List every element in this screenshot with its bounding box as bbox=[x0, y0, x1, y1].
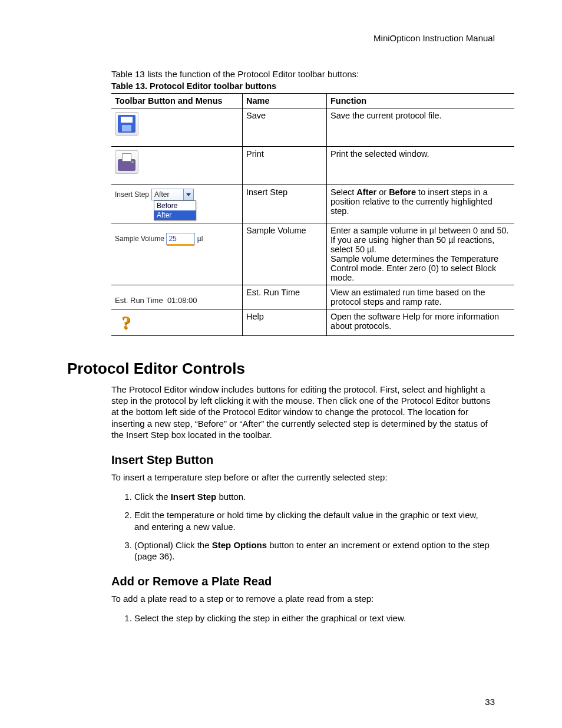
table-row: Save Save the current protocol file. bbox=[111, 108, 514, 147]
insert-step-option-before[interactable]: Before bbox=[154, 201, 196, 210]
name-cell: Save bbox=[243, 108, 327, 147]
func-cell: Save the current protocol file. bbox=[327, 108, 515, 147]
insert-step-combo[interactable]: After bbox=[151, 189, 194, 200]
func-cell: Open the software Help for more informat… bbox=[327, 309, 515, 336]
print-button[interactable] bbox=[115, 150, 138, 174]
print-icon bbox=[118, 159, 135, 171]
func-cell: Select After or Before to insert steps i… bbox=[327, 185, 515, 223]
running-header: MiniOpticon Instruction Manual bbox=[67, 33, 495, 43]
name-cell: Help bbox=[243, 309, 327, 336]
subsection-title-plate-read: Add or Remove a Plate Read bbox=[111, 575, 495, 588]
table-row: Insert Step After Before After Insert St… bbox=[111, 185, 514, 223]
name-cell: Est. Run Time bbox=[243, 285, 327, 309]
func-cell: Enter a sample volume in µl between 0 an… bbox=[327, 223, 515, 285]
table-row: Print Print the selected window. bbox=[111, 147, 514, 185]
list-item: Edit the temperature or hold time by cli… bbox=[134, 509, 495, 532]
table-row: Est. Run Time 01:08:00 Est. Run Time Vie… bbox=[111, 285, 514, 309]
list-item: Select the step by clicking the step in … bbox=[134, 612, 495, 624]
th-toolbar: Toolbar Button and Menus bbox=[111, 94, 243, 108]
insert-step-lead: To insert a temperature step before or a… bbox=[111, 472, 495, 483]
name-cell: Sample Volume bbox=[243, 223, 327, 285]
page-number: 33 bbox=[485, 697, 495, 707]
insert-step-steps: Click the Insert Step button. Edit the t… bbox=[120, 491, 495, 562]
insert-step-selected: After bbox=[154, 190, 169, 199]
table-caption: Table 13. Protocol Editor toolbar button… bbox=[111, 81, 495, 91]
section-para: The Protocol Editor window includes butt… bbox=[111, 384, 495, 440]
sample-volume-input[interactable]: 25 bbox=[166, 233, 195, 245]
help-icon[interactable]: ? bbox=[115, 312, 137, 333]
func-cell: View an estimated run time based on the … bbox=[327, 285, 515, 309]
sample-volume-unit: µl bbox=[197, 235, 203, 243]
plate-read-steps: Select the step by clicking the step in … bbox=[120, 612, 495, 624]
plate-read-lead: To add a plate read to a step or to remo… bbox=[111, 593, 495, 604]
func-cell: Print the selected window. bbox=[327, 147, 515, 185]
est-run-time-value: 01:08:00 bbox=[167, 296, 197, 305]
list-item: Click the Insert Step button. bbox=[134, 491, 495, 502]
name-cell: Insert Step bbox=[243, 185, 327, 223]
sample-volume-label: Sample Volume bbox=[115, 235, 164, 243]
subsection-title-insert-step: Insert Step Button bbox=[111, 453, 495, 467]
protocol-toolbar-table: Toolbar Button and Menus Name Function S… bbox=[111, 93, 514, 336]
save-button[interactable] bbox=[115, 112, 138, 136]
chevron-down-icon[interactable] bbox=[183, 189, 193, 200]
th-function: Function bbox=[327, 94, 515, 108]
est-run-time-label: Est. Run Time bbox=[115, 296, 163, 305]
section-title-protocol-editor-controls: Protocol Editor Controls bbox=[67, 360, 495, 378]
th-name: Name bbox=[243, 94, 327, 108]
save-icon bbox=[118, 115, 135, 133]
insert-step-dropdown[interactable]: Before After bbox=[154, 200, 196, 220]
table-row: Sample Volume 25 µl Sample Volume Enter … bbox=[111, 223, 514, 285]
name-cell: Print bbox=[243, 147, 327, 185]
insert-step-label: Insert Step bbox=[115, 190, 149, 199]
table-intro: Table 13 lists the function of the Proto… bbox=[111, 69, 495, 79]
table-row: ? Help Open the software Help for more i… bbox=[111, 309, 514, 336]
insert-step-option-after[interactable]: After bbox=[154, 210, 196, 220]
list-item: (Optional) Click the Step Options button… bbox=[134, 539, 495, 562]
